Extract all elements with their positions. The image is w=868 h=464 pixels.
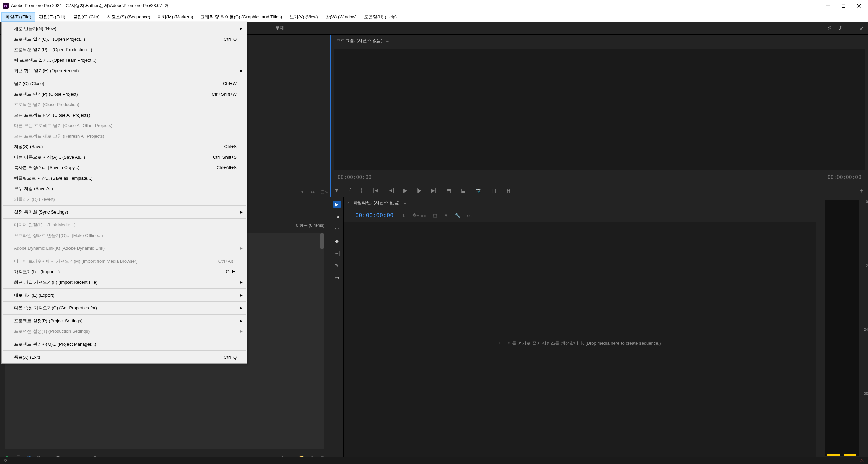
menu-item[interactable]: 모든 프로젝트 닫기 (Close All Projects) xyxy=(2,110,246,120)
menu-markers[interactable]: 마커(M) (Markers) xyxy=(154,12,197,22)
menu-item[interactable]: 프로젝트 닫기(P) (Close Project)Ctrl+Shift+W xyxy=(2,89,246,99)
lift-icon[interactable]: ⬒ xyxy=(447,188,451,193)
audio-meters: 0 -12 -24 -36 dB xyxy=(816,197,868,464)
menu-item[interactable]: 종료(X) (Exit)Ctrl+Q xyxy=(2,352,246,362)
safe-margins-icon[interactable]: ▦ xyxy=(506,188,511,193)
share-icon[interactable]: ⤴ xyxy=(839,25,842,32)
linked-selection-icon[interactable]: ⬚ xyxy=(433,213,437,218)
ripple-edit-tool[interactable]: ⇿ xyxy=(333,225,341,233)
menu-item[interactable]: 복사본 저장(Y)... (Save a Copy...)Ctrl+Alt+S xyxy=(2,162,246,173)
meter-tick: -24 xyxy=(863,328,868,331)
insert-icon[interactable]: ▸▸ xyxy=(311,189,315,194)
menu-item[interactable]: 설정 동기화 (Sync Settings)▶ xyxy=(2,207,246,217)
menu-view[interactable]: 보기(V) (View) xyxy=(286,12,322,22)
menu-item[interactable]: 프로젝트 열기(O)... (Open Project...)Ctrl+O xyxy=(2,34,246,44)
menu-item[interactable]: 프로젝트 설정(P) (Project Settings)▶ xyxy=(2,316,246,326)
menu-item: 다른 모든 프로젝트 닫기 (Close All Other Projects) xyxy=(2,120,246,131)
sync-icon[interactable]: ⟳ xyxy=(4,458,8,463)
menu-item: Adobe Dynamic Link(K) (Adobe Dynamic Lin… xyxy=(2,243,246,254)
menu-item[interactable]: 다른 이름으로 저장(A)... (Save As...)Ctrl+Shift+… xyxy=(2,152,246,162)
chevron-right-icon: ▶ xyxy=(240,293,243,297)
razor-tool[interactable]: ◆ xyxy=(333,237,341,245)
compare-icon[interactable]: ◫ xyxy=(492,188,496,193)
menu-item[interactable]: 새로 만들기(N) (New)▶ xyxy=(2,23,246,34)
button-editor-icon[interactable]: ＋ xyxy=(859,186,865,195)
menu-item: 모든 프로젝트 새로 고침 (Refresh All Projects) xyxy=(2,131,246,141)
close-button[interactable] xyxy=(851,0,867,12)
menu-item[interactable]: 내보내기(E) (Export)▶ xyxy=(2,290,246,300)
menu-help[interactable]: 도움말(H) (Help) xyxy=(360,12,400,22)
timeline-tab-label[interactable]: 타임라인: (시퀀스 없음) xyxy=(353,200,400,206)
menu-graphics[interactable]: 그래픽 및 타이틀(G) (Graphics and Titles) xyxy=(197,12,286,22)
program-timecode-right: 00:00:00:00 xyxy=(828,174,861,180)
chevron-right-icon: ▶ xyxy=(240,69,243,73)
menu-item[interactable]: 최근 항목 열기(E) (Open Recent)▶ xyxy=(2,65,246,76)
pen-tool[interactable]: ✎ xyxy=(333,262,341,269)
quick-export-icon[interactable]: ⎘ xyxy=(828,25,831,32)
out-point-icon[interactable]: } xyxy=(361,188,363,193)
menu-window[interactable]: 창(W) (Window) xyxy=(322,12,360,22)
marker-add-icon[interactable]: ▼ xyxy=(444,213,448,218)
extract-icon[interactable]: ⬓ xyxy=(461,188,466,193)
menu-item[interactable]: 템플릿으로 저장... (Save as Template...) xyxy=(2,173,246,183)
warning-icon[interactable]: ⚠ xyxy=(860,458,864,463)
step-forward-icon[interactable]: |▶ xyxy=(417,188,422,193)
program-tab-label[interactable]: 프로그램: (시퀀스 없음) xyxy=(336,38,383,44)
overwrite-icon[interactable]: ▢↘ xyxy=(321,189,328,194)
tool-palette: ▶ ⇥ ⇿ ◆ |↔| ✎ ▭ xyxy=(330,197,344,464)
marker-icon[interactable]: ▼ xyxy=(334,188,339,193)
menu-item[interactable]: 프로덕션 열기(P)... (Open Production...) xyxy=(2,44,246,55)
menu-item[interactable]: 프로젝트 관리자(M)... (Project Manager...) xyxy=(2,339,246,349)
menu-edit[interactable]: 편집(E) (Edit) xyxy=(35,12,69,22)
menu-item[interactable]: 팀 프로젝트 열기... (Open Team Project...) xyxy=(2,55,246,65)
timeline-hint: 미디어를 여기로 끌어 시퀀스를 생성합니다. (Drop media here… xyxy=(499,340,661,346)
menu-item[interactable]: 가져오기(I)... (Import...)Ctrl+I xyxy=(2,266,246,277)
status-bar: ⟳ ⚠ xyxy=(0,457,868,464)
minimize-button[interactable] xyxy=(820,0,835,12)
insert-mode-icon[interactable]: ⬇ xyxy=(402,213,406,218)
caption-icon[interactable]: cc xyxy=(467,213,472,218)
hand-tool[interactable]: ▭ xyxy=(333,274,341,281)
menu-item[interactable]: 모두 저장 (Save All) xyxy=(2,183,246,194)
menu-file[interactable]: 파일(F) (File) xyxy=(1,12,35,22)
settings-icon[interactable]: 🔧 xyxy=(455,213,460,218)
menu-item[interactable]: 닫기(C) (Close)Ctrl+W xyxy=(2,78,246,89)
program-monitor xyxy=(334,49,865,170)
chevron-right-icon: ▶ xyxy=(240,246,243,250)
step-back-icon[interactable]: ◄| xyxy=(388,188,394,193)
selection-tool[interactable]: ▶ xyxy=(333,201,341,208)
go-to-in-icon[interactable]: |◄ xyxy=(373,188,379,193)
play-icon[interactable]: ▶ xyxy=(403,188,407,193)
program-timecode-left[interactable]: 00:00:00:00 xyxy=(338,174,371,180)
menu-item: 미디어 연결(L)... (Link Media...) xyxy=(2,220,246,230)
chevron-right-icon: ▶ xyxy=(240,306,243,310)
close-icon[interactable]: × xyxy=(347,201,349,205)
maximize-button[interactable] xyxy=(835,0,851,12)
snap-icon[interactable]: �магн xyxy=(412,213,426,218)
menu-item[interactable]: 저장(S) (Save)Ctrl+S xyxy=(2,141,246,152)
meter-tick: -36 xyxy=(863,392,868,396)
file-menu-dropdown: 새로 만들기(N) (New)▶프로젝트 열기(O)... (Open Proj… xyxy=(1,22,247,364)
timeline-timecode[interactable]: 00:00:00:00 xyxy=(355,212,394,219)
menu-clip[interactable]: 클립(C) (Clip) xyxy=(69,12,103,22)
camera-icon[interactable]: 📷 xyxy=(476,188,481,193)
chevron-right-icon: ▶ xyxy=(240,319,243,323)
panel-menu-icon[interactable]: ≡ xyxy=(849,25,852,32)
slip-tool[interactable]: |↔| xyxy=(333,249,341,257)
menu-item[interactable]: 다음 속성 가져오기(G) (Get Properties for)▶ xyxy=(2,303,246,313)
panel-menu-icon[interactable]: ≡ xyxy=(386,38,389,43)
menu-item: 오프라인 상태로 만들기(O)... (Make Offline...) xyxy=(2,230,246,241)
menu-item[interactable]: 최근 파일 가져오기(F) (Import Recent File)▶ xyxy=(2,277,246,287)
filter-icon[interactable]: ▼ xyxy=(300,189,304,194)
scrollbar[interactable] xyxy=(320,233,324,249)
timeline-drop-area[interactable]: 미디어를 여기로 끌어 시퀀스를 생성합니다. (Drop media here… xyxy=(344,222,816,464)
workspace-tab-untitled[interactable]: 무제 xyxy=(269,25,291,31)
menu-bar: 파일(F) (File) 편집(E) (Edit) 클립(C) (Clip) 시… xyxy=(0,12,868,22)
panel-menu-icon[interactable]: ≡ xyxy=(404,200,407,205)
go-to-out-icon[interactable]: ▶| xyxy=(431,188,436,193)
menu-sequence[interactable]: 시퀀스(S) (Sequence) xyxy=(103,12,154,22)
in-point-icon[interactable]: { xyxy=(349,188,351,193)
meter-tick: -12 xyxy=(863,264,868,268)
track-select-tool[interactable]: ⇥ xyxy=(333,213,341,220)
fullscreen-icon[interactable]: ⤢ xyxy=(860,25,864,32)
